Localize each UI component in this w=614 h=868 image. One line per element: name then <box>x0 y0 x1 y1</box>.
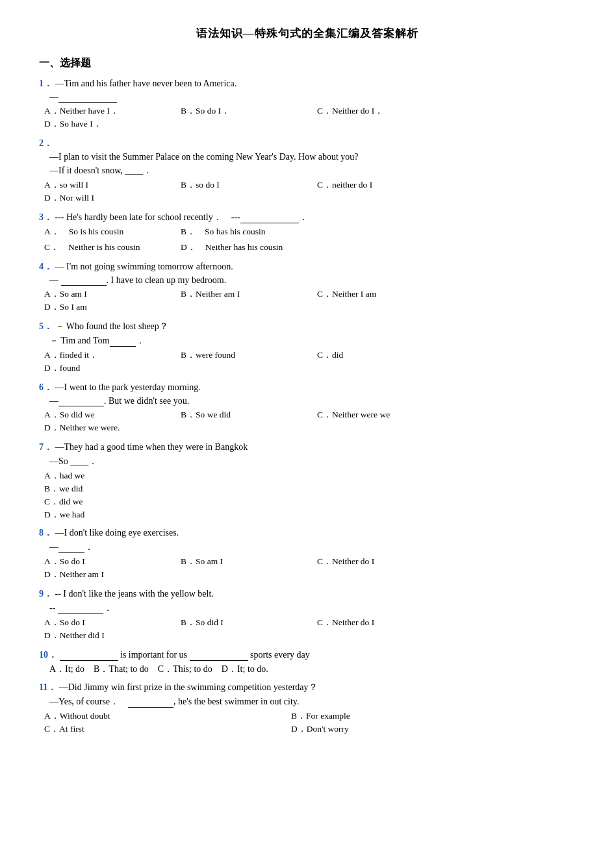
q2-optC: C．neither do I <box>317 179 447 191</box>
q6-blank <box>58 396 104 406</box>
q7-optC: C．did we <box>44 496 575 508</box>
q3-optC: C． Neither is his cousin <box>44 242 174 253</box>
q5-optC: C．did <box>317 349 447 361</box>
q1-blank <box>58 92 117 103</box>
question-10: 10． is important for us sports every day… <box>39 649 575 675</box>
question-4: 4． — I'm not going swimming tomorrow aft… <box>39 261 575 314</box>
q1-optD: D．So have I． <box>44 118 174 130</box>
q8-optC: C．Neither do I <box>317 556 447 567</box>
q1-options: A．Neither have I． B．So do I． C．Neither d… <box>44 105 575 131</box>
q1-dash: — <box>49 92 58 102</box>
q7-options: A．had we B．we did C．did we D．we had <box>39 470 575 521</box>
q2-optB: B．so do I <box>181 179 311 191</box>
question-11: 11． —Did Jimmy win first prize in the sw… <box>39 682 575 736</box>
q3-line1: --- He's hardly been late for school rec… <box>55 212 240 222</box>
q4-line1: — I'm not going swimming tomorrow aftern… <box>55 262 233 271</box>
q9-number: 9． <box>39 589 53 599</box>
q8-line1: —I don't like doing eye exercises. <box>55 528 179 538</box>
q11-blank <box>128 697 173 708</box>
q9-optD: D．Neither did I <box>44 630 174 641</box>
q9-optC: C．Neither do I <box>317 617 447 628</box>
q10-options-inline: A．It; do B．That; to do C．This; to do D．I… <box>49 664 268 674</box>
question-1: 1． —Tim and his father have never been t… <box>39 78 575 131</box>
q4-optA: A．So am I <box>44 288 174 300</box>
q4-optB: B．Neither am I <box>181 288 311 300</box>
q6-line1: —I went to the park yesterday morning. <box>55 382 201 392</box>
question-7: 7． —They had a good time when they were … <box>39 441 575 521</box>
q5-line1: － Who found the lost sheep？ <box>55 321 168 331</box>
q11-optB: B．For example <box>291 710 538 722</box>
q11-number: 11． <box>39 682 57 692</box>
q2-optD: D．Nor will I <box>44 192 174 204</box>
q3-options: A． So is his cousin B． So has his cousin <box>44 226 575 239</box>
q6-optC: C．Neither were we <box>317 409 447 421</box>
q5-optB: B．were found <box>181 349 311 361</box>
q8-optB: B．So am I <box>181 556 311 567</box>
q6-options: A．So did we B．So we did C．Neither were w… <box>44 409 575 435</box>
q7-line2: —So ____． <box>49 456 97 466</box>
q9-dash: -- <box>49 603 58 613</box>
q7-number: 7． <box>39 442 53 452</box>
question-9: 9． -- I don't like the jeans with the ye… <box>39 588 575 643</box>
q3-optD: D． Neither has his cousin <box>181 242 311 253</box>
q6-optB: B．So we did <box>181 409 311 421</box>
q5-optD: D．found <box>44 362 174 374</box>
q6-optD: D．Neither we were. <box>44 422 174 434</box>
q11-line2: —Yes, of course． <box>49 697 128 706</box>
q5-optA: A．finded it． <box>44 349 174 361</box>
question-5: 5． － Who found the lost sheep？ － Tim and… <box>39 321 575 375</box>
q4-blank <box>61 275 107 286</box>
q11-optC: C．At first <box>44 723 291 735</box>
q2-line1: —I plan to visit the Summer Palace on th… <box>49 152 359 162</box>
q3-blank <box>240 213 299 223</box>
q7-optA: A．had we <box>44 470 575 482</box>
q10-text2: sports every day <box>250 650 310 660</box>
q4-dash: — <box>49 275 61 285</box>
q9-blank <box>58 604 103 614</box>
q4-optC: C．Neither I am <box>317 288 447 300</box>
page-title: 语法知识—特殊句式的全集汇编及答案解析 <box>39 26 575 41</box>
q9-line1: -- I don't like the jeans with the yello… <box>55 589 214 599</box>
q8-optA: A．So do I <box>44 556 174 567</box>
q3-number: 3． <box>39 212 53 222</box>
q3-optB: B． So has his cousin <box>181 226 311 238</box>
page-wrapper: 语法知识—特殊句式的全集汇编及答案解析 一、选择题 1． —Tim and hi… <box>39 26 575 736</box>
q7-line1: —They had a good time when they were in … <box>55 442 248 452</box>
question-6: 6． —I went to the park yesterday morning… <box>39 382 575 435</box>
q4-number: 4． <box>39 262 53 271</box>
q9-optA: A．So do I <box>44 617 174 628</box>
q7-optD: D．we had <box>44 509 575 521</box>
question-2: 2． —I plan to visit the Summer Palace on… <box>39 138 575 205</box>
q1-optC: C．Neither do I． <box>317 105 447 117</box>
q10-blank1 <box>60 651 118 661</box>
q11-optD: D．Don't worry <box>291 723 538 735</box>
q6-dash: — <box>49 396 58 406</box>
q5-options: A．finded it． B．were found C．did D．found <box>44 349 575 375</box>
q2-number: 2． <box>39 138 53 148</box>
q2-line2: —If it doesn't snow, ____． <box>49 166 152 175</box>
q9-options: A．So do I B．So did I C．Neither do I D．Ne… <box>44 617 575 643</box>
q1-optB: B．So do I． <box>181 105 311 117</box>
q3-optA: A． So is his cousin <box>44 226 174 238</box>
q7-optB: B．we did <box>44 483 575 495</box>
q4-options: A．So am I B．Neither am I C．Neither I am … <box>44 288 575 314</box>
q8-blank <box>58 543 84 553</box>
q6-optA: A．So did we <box>44 409 174 421</box>
q8-number: 8． <box>39 528 53 538</box>
section-heading: 一、选择题 <box>39 56 575 70</box>
q4-optD: D．So I am <box>44 301 174 313</box>
q5-number: 5． <box>39 321 53 331</box>
q1-line1: —Tim and his father have never been to A… <box>55 79 237 88</box>
q8-dash: — <box>49 542 58 552</box>
q2-options: A．so will I B．so do I C．neither do I D．N… <box>44 179 575 205</box>
q1-number: 1． <box>39 79 53 88</box>
q5-line2: － Tim and Tom <box>49 336 110 345</box>
q8-options: A．So do I B．So am I C．Neither do I D．Nei… <box>44 556 575 582</box>
q2-optA: A．so will I <box>44 179 174 191</box>
q5-blank <box>110 336 136 347</box>
question-8: 8． —I don't like doing eye exercises. —．… <box>39 527 575 582</box>
q10-text1: is important for us <box>120 650 190 660</box>
q9-optB: B．So did I <box>181 617 311 628</box>
q3-options2: C． Neither is his cousin D． Neither has … <box>44 242 575 254</box>
q1-optA: A．Neither have I． <box>44 105 174 117</box>
